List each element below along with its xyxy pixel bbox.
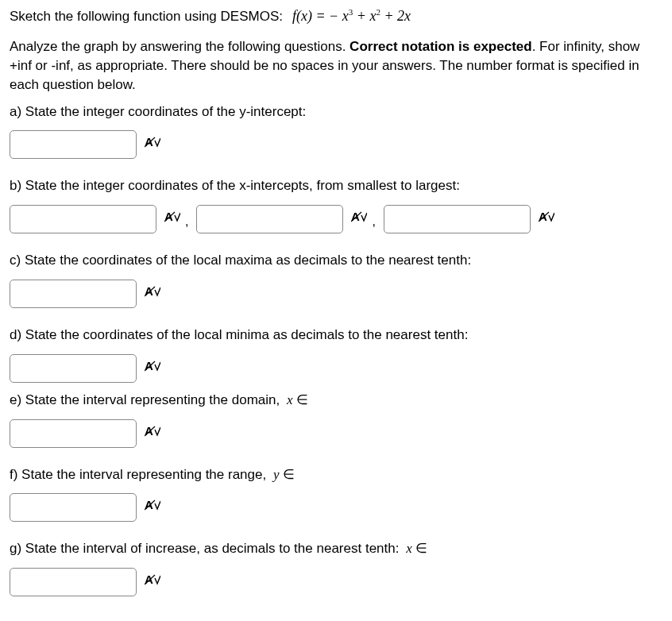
question-f-label: f) State the interval representing the r… [10,467,270,482]
question-e-label: e) State the interval representing the d… [10,392,284,407]
question-b-text: b) State the integer coordinates of the … [10,176,662,195]
question-f-math: y ∈ [273,467,295,482]
check-icon: A [164,210,180,229]
svg-text:A: A [145,136,153,148]
question-a-text: a) State the integer coordinates of the … [10,102,662,122]
comma-separator: , [185,213,188,233]
answer-row-e: A [10,419,662,448]
question-d-text: d) State the coordinates of the local mi… [10,326,662,345]
check-icon: A [145,573,160,592]
svg-text:A: A [351,210,360,223]
input-e[interactable] [10,419,137,448]
answer-row-f: A [10,493,662,522]
question-e-math: x ∈ [287,392,308,407]
input-g[interactable] [10,568,137,596]
instructions-bold: Correct notation is expected [350,39,532,54]
svg-text:A: A [145,285,153,298]
svg-text:A: A [145,499,153,511]
input-b-2[interactable] [196,205,343,233]
svg-text:A: A [145,360,153,372]
question-g-math: x ∈ [406,541,427,556]
svg-text:A: A [145,573,153,586]
question-c-text: c) State the coordinates of the local ma… [10,251,662,270]
question-g-text: g) State the interval of increase, as de… [10,539,662,558]
question-f-text: f) State the interval representing the r… [10,465,662,484]
input-b-3[interactable] [384,205,531,233]
function-expression: f(x) = − x3 + x2 + 2x [292,6,411,26]
check-icon: A [539,210,554,229]
instructions-part1: Analyze the graph by answering the follo… [10,39,350,54]
svg-text:A: A [145,425,153,438]
answer-row-b: A , A , A [10,205,662,233]
check-icon: A [351,210,367,229]
check-icon: A [145,359,160,378]
answer-row-d: A [10,354,662,383]
check-icon: A [145,284,160,303]
input-c[interactable] [10,280,137,308]
input-f[interactable] [10,493,137,522]
input-b-1[interactable] [10,205,156,233]
input-d[interactable] [10,354,137,383]
question-e-text: e) State the interval representing the d… [10,391,662,410]
check-icon: A [145,498,160,517]
intro-line: Sketch the following function using DESM… [10,6,662,26]
answer-row-c: A [10,280,662,308]
check-icon: A [145,424,160,443]
instructions: Analyze the graph by answering the follo… [10,37,662,94]
question-g-label: g) State the interval of increase, as de… [10,541,403,556]
check-icon: A [145,135,160,154]
comma-separator: , [372,213,375,233]
input-a[interactable] [10,130,137,159]
intro-text: Sketch the following function using DESM… [10,7,283,26]
svg-text:A: A [164,210,173,223]
svg-text:A: A [539,210,547,223]
answer-row-g: A [10,568,662,596]
answer-row-a: A [10,130,662,159]
